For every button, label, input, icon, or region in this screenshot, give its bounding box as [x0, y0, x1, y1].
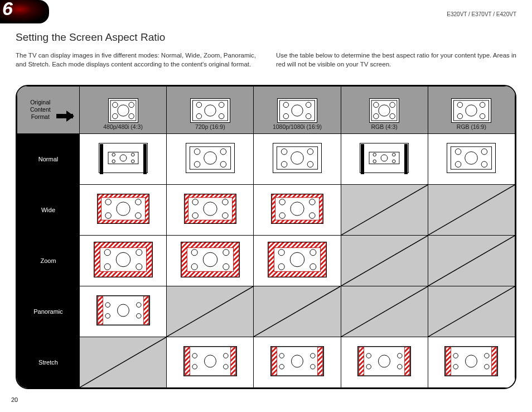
svg-point-34: [112, 160, 115, 163]
svg-point-59: [482, 161, 488, 167]
svg-point-21: [379, 105, 390, 116]
svg-line-116: [341, 236, 428, 286]
svg-point-22: [374, 113, 379, 118]
svg-point-16: [283, 113, 288, 118]
svg-rect-156: [359, 347, 364, 375]
table-cell: [341, 236, 428, 286]
svg-point-1: [112, 102, 117, 107]
svg-line-88: [428, 185, 515, 235]
svg-point-46: [281, 161, 287, 167]
svg-point-29: [480, 113, 485, 118]
svg-point-57: [465, 152, 478, 165]
svg-line-130: [341, 286, 428, 337]
svg-rect-36: [190, 147, 230, 169]
svg-rect-63: [101, 198, 145, 220]
table-cell: [341, 134, 428, 185]
col-label: RGB (4:3): [341, 123, 428, 130]
svg-rect-30: [108, 152, 138, 164]
svg-rect-122: [143, 296, 148, 324]
table-cell: [167, 134, 254, 185]
table-cell: [167, 286, 254, 337]
svg-rect-166: [446, 347, 451, 375]
col-label: 720p (16:9): [167, 123, 253, 130]
aspect-ratio-table: Original Content Format 480p/480i (4:3): [16, 85, 516, 389]
table-cell: [254, 185, 341, 236]
svg-point-56: [482, 148, 488, 155]
svg-point-28: [457, 113, 462, 118]
svg-rect-24: [454, 100, 489, 121]
svg-point-41: [220, 161, 226, 167]
svg-point-35: [131, 160, 134, 163]
svg-point-58: [456, 161, 462, 167]
svg-point-17: [306, 113, 311, 118]
chapter-number: 6: [2, 0, 13, 20]
corner-label: Original Content Format: [30, 99, 51, 120]
col-header: RGB (16:9): [428, 87, 515, 134]
table-cell: [167, 185, 254, 236]
svg-point-23: [390, 113, 395, 118]
svg-point-7: [196, 102, 201, 107]
svg-point-53: [393, 160, 396, 163]
col-header: 720p (16:9): [167, 87, 254, 134]
svg-point-44: [307, 148, 313, 155]
svg-rect-147: [318, 347, 323, 375]
svg-rect-92: [100, 248, 146, 272]
svg-rect-146: [272, 347, 277, 375]
table-cell: [428, 185, 515, 236]
svg-rect-81: [275, 198, 319, 220]
svg-point-5: [129, 113, 134, 118]
svg-line-129: [254, 286, 340, 337]
col-label: 480p/480i (4:3): [80, 123, 166, 130]
svg-point-20: [390, 102, 395, 107]
table-cell: [428, 286, 515, 337]
chapter-badge: 6: [0, 0, 49, 23]
table-cell: [254, 337, 341, 388]
table-cell: [341, 185, 428, 236]
page-number: 20: [11, 396, 18, 403]
table-cell: [80, 185, 167, 236]
svg-point-13: [283, 102, 288, 107]
svg-rect-6: [192, 100, 228, 121]
svg-rect-72: [188, 198, 232, 220]
col-label: RGB (16:9): [428, 123, 515, 130]
svg-rect-155: [359, 347, 410, 376]
svg-rect-48: [369, 152, 399, 164]
svg-point-2: [129, 102, 134, 107]
svg-rect-165: [446, 347, 497, 376]
svg-line-132: [80, 337, 166, 387]
svg-point-38: [220, 148, 226, 155]
svg-point-40: [194, 161, 200, 167]
col-header: RGB (4:3): [341, 87, 428, 134]
svg-rect-101: [187, 248, 233, 272]
table-cell: [428, 134, 515, 185]
svg-rect-18: [371, 100, 397, 121]
table-cell: [167, 337, 254, 388]
svg-point-3: [117, 105, 128, 116]
svg-point-31: [112, 153, 115, 156]
page-title: Setting the Screen Aspect Ratio: [16, 31, 165, 44]
table-cell: [428, 236, 515, 286]
table-cell: [80, 337, 167, 388]
svg-point-37: [194, 148, 200, 155]
svg-rect-42: [277, 147, 317, 169]
svg-rect-121: [98, 296, 103, 324]
svg-rect-54: [451, 147, 492, 169]
svg-point-8: [219, 102, 224, 107]
svg-line-128: [167, 286, 253, 337]
svg-point-51: [381, 155, 388, 161]
svg-point-52: [373, 160, 376, 163]
table-corner: Original Content Format: [17, 87, 80, 134]
svg-rect-135: [185, 347, 236, 376]
col-header: 480p/480i (4:3): [80, 87, 167, 134]
svg-point-43: [281, 148, 287, 155]
svg-rect-0: [110, 100, 136, 121]
svg-point-10: [196, 113, 201, 118]
svg-point-4: [112, 113, 117, 118]
svg-rect-136: [185, 347, 190, 375]
svg-rect-12: [279, 100, 315, 121]
svg-point-19: [374, 102, 379, 107]
table-cell: [254, 236, 341, 286]
row-header: Normal: [17, 134, 80, 185]
intro-left: The TV can display images in five differ…: [16, 51, 256, 69]
svg-point-9: [205, 105, 216, 116]
